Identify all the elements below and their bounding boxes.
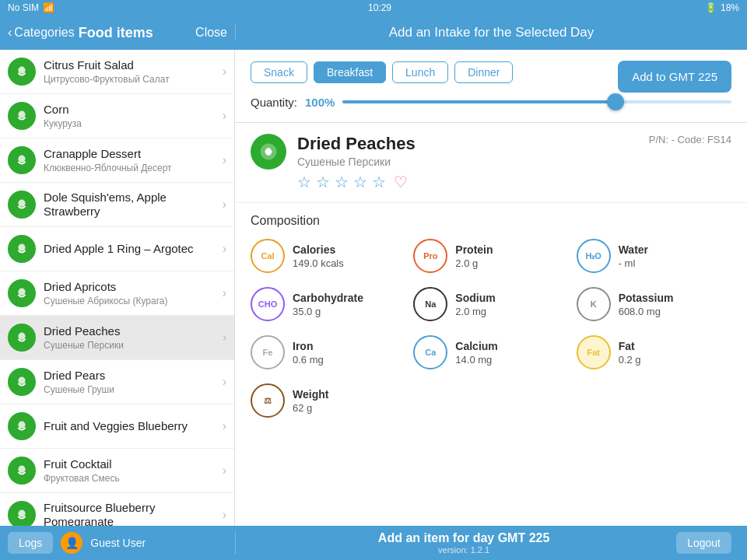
food-item-icon bbox=[8, 102, 36, 130]
food-item-chevron: › bbox=[223, 375, 226, 389]
food-item-text: Fruit and Veggies Blueberry bbox=[44, 419, 223, 433]
nutrient-info-calcium: Calcium 14.0 mg bbox=[455, 340, 497, 366]
tab-dinner[interactable]: Dinner bbox=[454, 61, 513, 83]
food-item-text: Dried Pears Сушеные Груши bbox=[44, 369, 223, 395]
food-list-item[interactable]: Dried Apple 1 Ring – Argotec › bbox=[0, 227, 234, 271]
nutrient-icon-carbohydrate: CHO bbox=[251, 287, 285, 321]
food-item-subtitle: Сушеные Груши bbox=[44, 384, 223, 395]
nutrient-info-carbohydrate: Carbohydrate 35.0 g bbox=[293, 292, 363, 317]
nav-title: Food items bbox=[79, 25, 153, 41]
food-list-item[interactable]: Dried Peaches Сушеные Персики › bbox=[0, 316, 234, 360]
detail-food-icon bbox=[251, 134, 286, 170]
nutrient-icon-fat: Fat bbox=[577, 335, 611, 369]
nutrient-value-weight: 62 g bbox=[293, 402, 328, 414]
nutrient-icon-iron: Fe bbox=[251, 335, 285, 369]
nutrient-name-iron: Iron bbox=[293, 340, 324, 352]
food-item-icon bbox=[8, 279, 36, 307]
food-list-panel: Citrus Fruit Salad Цитрусово-Фруктовый С… bbox=[0, 50, 235, 526]
star-2[interactable]: ☆ bbox=[316, 173, 330, 191]
nutrient-name-carbohydrate: Carbohydrate bbox=[293, 292, 363, 304]
svg-point-6 bbox=[18, 333, 25, 340]
categories-back-label[interactable]: Categories bbox=[14, 26, 74, 40]
food-item-chevron: › bbox=[223, 153, 226, 167]
star-5[interactable]: ☆ bbox=[372, 173, 386, 191]
food-item-chevron: › bbox=[223, 508, 226, 522]
food-item-text: Dried Apricots Сушеные Абрикосы (Курага) bbox=[44, 280, 223, 306]
nutrient-name-sodium: Sodium bbox=[455, 292, 495, 304]
nutrient-value-carbohydrate: 35.0 g bbox=[293, 306, 363, 317]
nutrient-icon-water: H₂O bbox=[577, 239, 611, 273]
status-right: 🔋 18% bbox=[705, 2, 739, 13]
user-name: Guest User bbox=[90, 537, 146, 549]
food-item-chevron: › bbox=[223, 198, 226, 212]
food-list-item[interactable]: Dried Pears Сушеные Груши › bbox=[0, 360, 234, 404]
battery-text: 18% bbox=[721, 2, 739, 13]
star-rating-row: ☆☆☆☆☆♡ bbox=[297, 173, 638, 191]
back-button[interactable]: ‹ Categories bbox=[8, 26, 75, 40]
carrier-text: No SIM bbox=[8, 2, 39, 13]
nutrient-info-calories: Calories 149.0 kcals bbox=[293, 243, 344, 269]
food-item-name: Citrus Fruit Salad bbox=[44, 58, 223, 72]
nutrient-info-water: Water - ml bbox=[619, 243, 648, 269]
nav-left-section: ‹ Categories Food items Close bbox=[0, 25, 235, 41]
food-item-icon bbox=[8, 457, 36, 485]
time-display: 10:29 bbox=[368, 2, 391, 13]
food-item-chevron: › bbox=[223, 464, 226, 478]
food-list-item[interactable]: Cranapple Dessert Клюквенно-Яблочный Дес… bbox=[0, 138, 234, 183]
star-3[interactable]: ☆ bbox=[335, 173, 349, 191]
food-item-icon bbox=[8, 146, 36, 174]
food-item-icon bbox=[8, 368, 36, 396]
food-item-chevron: › bbox=[223, 109, 226, 123]
food-list-item[interactable]: Fruitsource Blueberry Pomegranate › bbox=[0, 493, 234, 526]
food-item-subtitle: Кукуруза bbox=[44, 118, 223, 129]
favorite-heart[interactable]: ♡ bbox=[394, 173, 408, 191]
food-item-name: Dried Pears bbox=[44, 369, 223, 383]
nutrient-name-calcium: Calcium bbox=[455, 340, 497, 352]
tab-snack[interactable]: Snack bbox=[251, 61, 307, 83]
food-item-text: Dried Peaches Сушеные Персики bbox=[44, 324, 223, 351]
svg-point-9 bbox=[18, 466, 25, 473]
tab-lunch[interactable]: Lunch bbox=[392, 61, 448, 83]
right-panel: SnackBreakfastLunchDinner Add to GMT 225… bbox=[235, 50, 747, 526]
star-1[interactable]: ☆ bbox=[297, 173, 311, 191]
food-item-text: Fruitsource Blueberry Pomegranate bbox=[44, 501, 223, 526]
nutrient-carbohydrate: CHO Carbohydrate 35.0 g bbox=[251, 287, 405, 321]
star-4[interactable]: ☆ bbox=[353, 173, 367, 191]
nutrient-value-potassium: 608.0 mg bbox=[619, 306, 674, 317]
svg-point-0 bbox=[18, 67, 25, 74]
nutrient-protein: Pro Protein 2.0 g bbox=[413, 239, 568, 273]
nutrient-value-iron: 0.6 mg bbox=[293, 354, 324, 366]
food-list-item[interactable]: Corn Кукуруза › bbox=[0, 94, 234, 138]
user-avatar: 👤 bbox=[61, 532, 82, 554]
close-button[interactable]: Close bbox=[195, 26, 227, 40]
food-list-item[interactable]: Fruit Cocktail Фруктовая Смесь › bbox=[0, 449, 234, 493]
food-list-item[interactable]: Fruit and Veggies Blueberry › bbox=[0, 404, 234, 449]
food-item-icon bbox=[8, 412, 36, 440]
food-item-icon bbox=[8, 501, 36, 526]
food-list-item[interactable]: Dole Squish'ems, Apple Strawberry › bbox=[0, 183, 234, 227]
food-list-item[interactable]: Citrus Fruit Salad Цитрусово-Фруктовый С… bbox=[0, 50, 234, 94]
nutrient-value-calcium: 14.0 mg bbox=[455, 354, 497, 366]
bottom-info: Add an item for day GMT 225 version: 1.2… bbox=[378, 531, 549, 555]
tab-breakfast[interactable]: Breakfast bbox=[314, 61, 386, 83]
quantity-slider[interactable] bbox=[342, 93, 731, 111]
logout-button[interactable]: Logout bbox=[676, 532, 731, 554]
nutrient-iron: Fe Iron 0.6 mg bbox=[251, 335, 405, 369]
food-item-name: Dried Apple 1 Ring – Argotec bbox=[44, 242, 223, 256]
food-item-subtitle: Цитрусово-Фруктовый Салат bbox=[44, 74, 223, 85]
nutrient-name-potassium: Potassium bbox=[619, 292, 674, 304]
nutrient-info-weight: Weight 62 g bbox=[293, 388, 328, 414]
food-item-name: Fruitsource Blueberry Pomegranate bbox=[44, 501, 223, 526]
nutrient-info-fat: Fat 0.2 g bbox=[619, 340, 641, 366]
logs-button[interactable]: Logs bbox=[8, 532, 53, 554]
food-item-subtitle: Клюквенно-Яблочный Десерт bbox=[44, 163, 223, 173]
nutrient-calcium: Ca Calcium 14.0 mg bbox=[413, 335, 568, 369]
nutrient-info-iron: Iron 0.6 mg bbox=[293, 340, 324, 366]
food-item-icon bbox=[8, 324, 36, 352]
add-to-gmt-button[interactable]: Add to GMT 225 bbox=[618, 61, 731, 93]
food-list-item[interactable]: Dried Apricots Сушеные Абрикосы (Курага)… bbox=[0, 271, 234, 316]
bottom-left: Logs 👤 Guest User bbox=[0, 532, 235, 554]
nutrient-name-calories: Calories bbox=[293, 243, 344, 256]
nutrient-calories: Cal Calories 149.0 kcals bbox=[251, 239, 405, 273]
food-item-name: Cranapple Dessert bbox=[44, 147, 223, 161]
